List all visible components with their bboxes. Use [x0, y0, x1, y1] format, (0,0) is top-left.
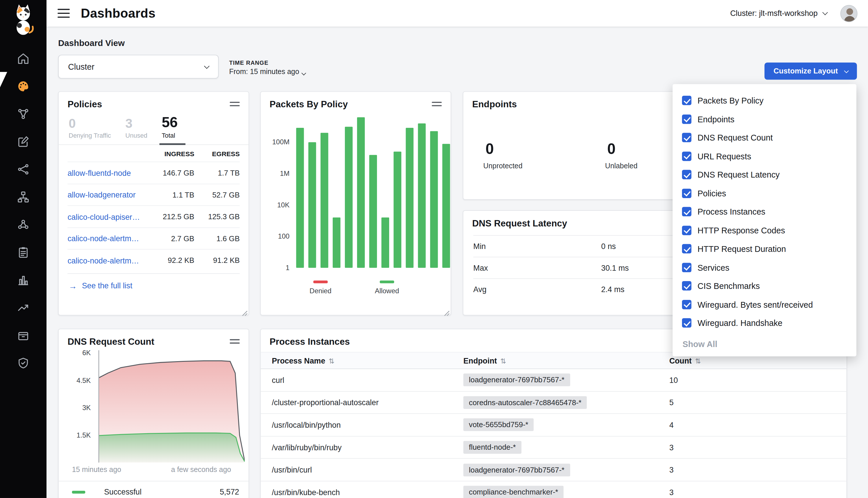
sidebar-item-cluster[interactable]	[16, 219, 30, 233]
sort-icon[interactable]: ⇅	[695, 357, 701, 365]
sidebar-item-clipboard[interactable]	[16, 246, 30, 261]
policies-card: Policies 0Denying Traffic3Unused56Total …	[58, 91, 249, 315]
sidebar-item-archive[interactable]	[16, 329, 30, 343]
bar	[333, 218, 340, 268]
sort-icon[interactable]: ⇅	[500, 357, 506, 365]
clipboard-icon	[16, 246, 30, 261]
bar	[345, 126, 353, 268]
sidebar-item-service-graph[interactable]	[16, 108, 30, 122]
policy-name-link[interactable]: calico-node-alertmana…	[67, 234, 147, 243]
checkbox-checked-icon[interactable]	[682, 96, 691, 105]
sidebar-item-shield[interactable]	[16, 357, 30, 371]
ingress-column-header[interactable]: INGRESS	[147, 150, 194, 158]
calico-cat-logo[interactable]	[11, 3, 35, 35]
sidebar-item-nodes[interactable]	[16, 163, 30, 178]
section-label: Dashboard View	[58, 38, 125, 48]
customize-layout-menu: Packets By PolicyEndpointsDNS Request Co…	[673, 84, 856, 356]
sidebar-item-bar-chart[interactable]	[16, 274, 30, 288]
layout-menu-item[interactable]: CIS Benchmarks	[673, 277, 856, 295]
policy-name-link[interactable]: calico-cloud-apiserver-…	[67, 212, 147, 221]
layout-menu-item[interactable]: DNS Request Latency	[673, 166, 856, 184]
x-axis-label-start: 15 minutes ago	[72, 465, 121, 474]
policy-name-link[interactable]: calico-node-alertmana…	[67, 256, 147, 265]
endpoint-column-header[interactable]: Endpoint	[463, 356, 497, 365]
process-name-column-header[interactable]: Process Name	[272, 356, 325, 365]
policy-name-link[interactable]: allow-fluentd-node	[67, 169, 147, 178]
layout-menu-item-label: HTTP Response Codes	[698, 226, 785, 235]
layout-menu-item[interactable]: Policies	[673, 184, 856, 202]
process-count: 5	[669, 398, 835, 407]
dashboard-view-select[interactable]: Cluster	[58, 55, 219, 78]
endpoint-chip[interactable]: fluentd-node-*	[463, 441, 521, 454]
stat-label: Total	[162, 132, 178, 139]
y-axis-tick-label: 1	[265, 264, 289, 272]
checkbox-checked-icon[interactable]	[682, 152, 691, 161]
checkbox-checked-icon[interactable]	[682, 300, 691, 310]
endpoint-chip[interactable]: coredns-autoscaler-7c88465478-*	[463, 396, 587, 409]
layout-menu-item[interactable]: Endpoints	[673, 110, 856, 128]
endpoint-chip[interactable]: compliance-benchmarker-*	[463, 486, 563, 498]
layout-menu-item[interactable]: HTTP Response Codes	[673, 221, 856, 239]
see-full-list-link[interactable]: → See the full list	[67, 273, 239, 298]
user-avatar[interactable]	[840, 5, 857, 22]
time-range-value[interactable]: From: 15 minutes ago	[229, 67, 306, 76]
checkbox-checked-icon[interactable]	[682, 115, 691, 124]
checkbox-checked-icon[interactable]	[682, 263, 691, 272]
process-name: curl	[272, 376, 463, 385]
policy-row: calico-cloud-apiserver-…212.5 GB125.3 GB	[67, 205, 239, 227]
checkbox-checked-icon[interactable]	[682, 207, 691, 217]
sidebar-item-sitemap[interactable]	[16, 191, 30, 205]
drag-handle-icon[interactable]	[432, 102, 441, 106]
layout-menu-item[interactable]: HTTP Request Duration	[673, 239, 856, 258]
hamburger-menu-icon[interactable]	[57, 9, 70, 18]
show-all-link[interactable]: Show All	[673, 332, 856, 351]
policy-stat[interactable]: 56Total	[162, 115, 178, 139]
layout-menu-item[interactable]: Wireguard. Bytes sent/received	[673, 295, 856, 314]
bar	[308, 142, 316, 268]
chevron-down-icon[interactable]	[822, 10, 828, 15]
sidebar-item-trend-up[interactable]	[16, 302, 30, 316]
drag-handle-icon[interactable]	[230, 339, 239, 343]
checkbox-checked-icon[interactable]	[682, 226, 691, 235]
policy-stat[interactable]: 3Unused	[125, 117, 147, 139]
resize-handle-icon[interactable]	[242, 308, 247, 314]
layout-menu-item[interactable]: Wireguard. Handshake	[673, 314, 856, 332]
endpoint-chip[interactable]: loadgenerator-7697bb7567-*	[463, 374, 570, 386]
count-column-header[interactable]: Count	[669, 356, 691, 365]
policy-ingress-value: 212.5 GB	[147, 212, 194, 221]
endpoint-chip[interactable]: vote-5655bd759-*	[463, 418, 534, 431]
endpoint-chip[interactable]: loadgenerator-7697bb7567-*	[463, 463, 570, 476]
checkbox-checked-icon[interactable]	[682, 244, 691, 254]
checkbox-checked-icon[interactable]	[682, 318, 691, 328]
policy-stat[interactable]: 0Denying Traffic	[68, 117, 111, 139]
sidebar-item-palette[interactable]	[16, 80, 30, 94]
policy-name-link[interactable]: allow-loadgenerator	[67, 190, 147, 199]
layout-menu-item[interactable]: Packets By Policy	[673, 91, 856, 110]
process-row: /usr/bin/kube-benchcompliance-benchmarke…	[261, 481, 846, 498]
page-title: Dashboards	[81, 6, 155, 21]
layout-menu-item[interactable]: Process Instances	[673, 202, 856, 221]
bar	[430, 131, 438, 268]
checkbox-checked-icon[interactable]	[682, 188, 691, 198]
layout-menu-item[interactable]: DNS Request Count	[673, 128, 856, 147]
egress-column-header[interactable]: EGRESS	[194, 150, 240, 158]
y-axis-tick-label: 4.5K	[64, 377, 91, 384]
cluster-selector[interactable]: Cluster: jlt-msft-workshop	[730, 9, 818, 18]
checkbox-checked-icon[interactable]	[682, 133, 691, 143]
resize-handle-icon[interactable]	[444, 308, 449, 314]
policy-row: calico-node-alertmana…92.2 KB91.2 KB	[67, 249, 239, 271]
legend-item-successful: Successful5,572	[72, 485, 239, 498]
endpoint-stat: 0Unlabeled	[605, 141, 637, 170]
sidebar-item-policies[interactable]	[16, 136, 30, 150]
sidebar-item-home[interactable]	[16, 53, 30, 67]
sort-icon[interactable]: ⇅	[329, 357, 335, 365]
customize-layout-button[interactable]: Customize Layout	[764, 63, 857, 80]
layout-menu-item[interactable]: URL Requests	[673, 147, 856, 166]
latency-value: 2.4 ms	[601, 285, 624, 294]
card-title: Process Instances	[270, 336, 350, 347]
policies-table-header: INGRESS EGRESS	[67, 146, 239, 162]
layout-menu-item[interactable]: Services	[673, 258, 856, 277]
checkbox-checked-icon[interactable]	[682, 281, 691, 291]
checkbox-checked-icon[interactable]	[682, 170, 691, 180]
drag-handle-icon[interactable]	[230, 102, 239, 106]
